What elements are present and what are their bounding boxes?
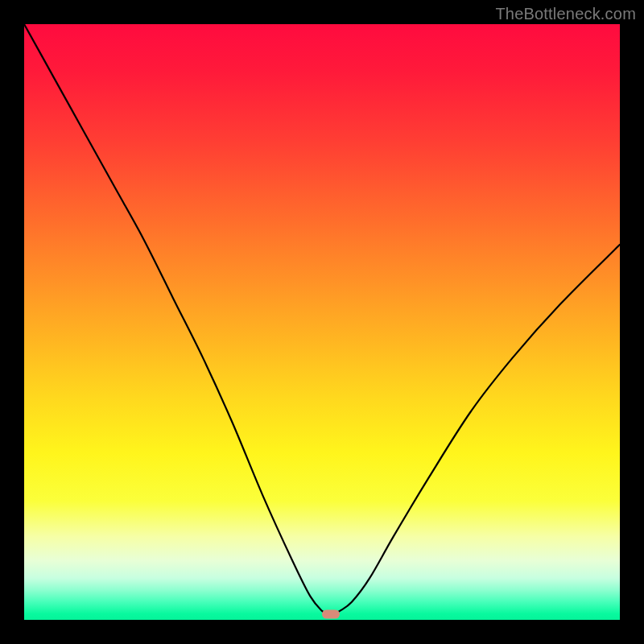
bottleneck-curve [24,24,620,620]
watermark-text: TheBottleneck.com [495,5,636,23]
plot-area [24,24,620,620]
curve-path [24,24,620,614]
chart-frame: TheBottleneck.com [0,0,644,644]
min-marker [322,609,340,618]
